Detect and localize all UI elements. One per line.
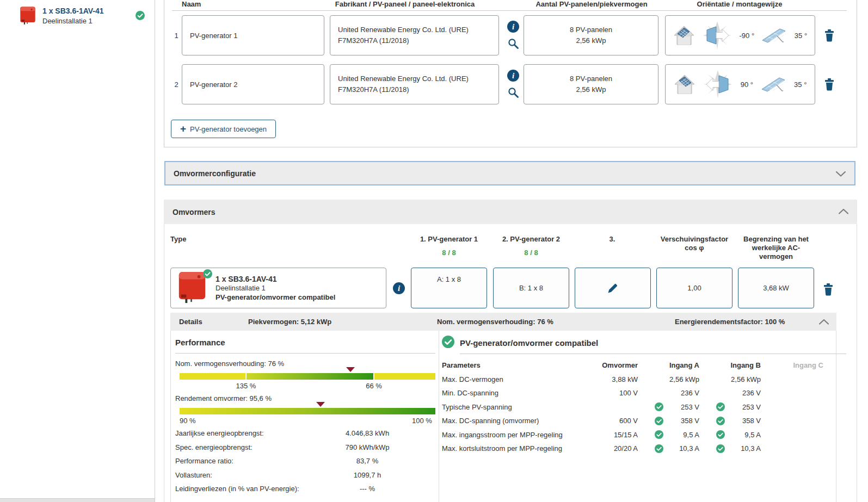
table-row: Max. kortsluitstroom per MPP-regeling20/… — [442, 442, 837, 456]
power-ratio-summary: Nom. vermogensverhouding: 76 % — [437, 318, 553, 326]
inverter-title: 1 x SB3.6-1AV-41 — [216, 275, 335, 283]
section-title: Omvormerconfiguratie — [174, 169, 256, 178]
info-icon[interactable] — [507, 70, 519, 82]
module-line: F7M320H7A (11/2018) — [338, 84, 498, 95]
gauge2-tick-left: 90 % — [180, 417, 196, 425]
column-header-gen1: 1. PV-generator 18 / 8 — [405, 235, 493, 257]
info-icon[interactable] — [393, 282, 405, 294]
generator-name-input[interactable] — [182, 64, 324, 104]
divider — [460, 354, 846, 354]
panel-count: 8 PV-panelen — [524, 73, 658, 84]
tilt-value: 35 ° — [795, 32, 807, 40]
details-bar[interactable]: Details Piekvermogen: 5,12 kWp Nom. verm… — [170, 313, 836, 331]
delete-icon[interactable] — [824, 29, 835, 42]
pv-generator-row: 2 United Renewable Energy Co. Ltd. (URE)… — [164, 64, 857, 105]
column-header-cos-phi: Verschuivingsfactorcos φ — [651, 235, 738, 252]
gauge1-tick2: 66 % — [366, 382, 382, 390]
gauge1-bar — [180, 373, 435, 380]
check-icon — [716, 417, 725, 425]
peak-power: 2,56 kWp — [524, 84, 658, 95]
gauge1-label: Nom. vermogensverhouding: 76 % — [175, 360, 284, 368]
header-divider — [172, 10, 847, 11]
house-icon — [673, 25, 695, 46]
search-icon[interactable] — [508, 87, 519, 98]
table-row: Max. DC-vermogen3,88 kW 2,56 kWp 2,56 kW… — [442, 373, 837, 387]
gauge2-marker — [316, 402, 325, 407]
panel-selector[interactable]: United Renewable Energy Co. Ltd. (URE) F… — [330, 64, 499, 104]
add-generator-button[interactable]: + PV-generator toevoegen — [171, 120, 276, 138]
delete-icon[interactable] — [824, 78, 835, 91]
search-icon[interactable] — [508, 38, 519, 49]
module-line: F7M320H7A (11/2018) — [338, 35, 498, 46]
chevron-up-icon[interactable] — [819, 319, 829, 325]
section-inverters[interactable]: Omvormers — [164, 200, 857, 224]
check-icon — [655, 444, 663, 453]
sidebar-inverter-subtitle: Deelinstallatie 1 — [42, 17, 104, 25]
ac-limit-box[interactable]: 3,68 kW — [738, 268, 814, 308]
section-inverter-configuration[interactable]: Omvormerconfiguratie — [164, 161, 855, 185]
cos-phi-box[interactable]: 1,00 — [656, 268, 732, 308]
tilt-panel-icon — [761, 76, 786, 93]
panel-count-box[interactable]: 8 PV-panelen 2,56 kWp — [524, 15, 658, 55]
ac-limit-value: 3,68 kW — [763, 284, 789, 292]
peak-power: 2,56 kWp — [524, 35, 658, 46]
check-icon — [203, 269, 212, 278]
stat-row: Vollasturen:1099,7 h — [175, 471, 435, 485]
energy-factor-summary: Energierendementsfactor: 100 % — [675, 318, 785, 326]
pencil-icon — [607, 282, 619, 294]
panel-count-box[interactable]: 8 PV-panelen 2,56 kWp — [524, 64, 658, 104]
stat-row: Spec. energieopbrengst:790 kWh/kWp — [175, 443, 435, 457]
panel-selector[interactable]: United Renewable Energy Co. Ltd. (URE) F… — [330, 15, 499, 55]
compatibility-table: Parameters Omvormer Ingang A Ingang B In… — [442, 358, 837, 456]
compatibility-title: PV-generator/omvormer compatibel — [460, 338, 598, 348]
manufacturer-line: United Renewable Energy Co. Ltd. (URE) — [338, 24, 498, 35]
gauge2-bar — [180, 408, 435, 414]
chevron-up-icon[interactable] — [839, 209, 848, 214]
section-title: Omvormers — [173, 208, 216, 216]
table-header-row: Parameters Omvormer Ingang A Ingang B In… — [442, 358, 837, 373]
stat-row: Leidingverliezen (in % van PV-energie):-… — [175, 485, 435, 499]
sidebar-inverter-title: 1 x SB3.6-1AV-41 — [42, 7, 104, 16]
column-header-aantal: Aantal PV-panelen/piekvermogen — [510, 0, 673, 8]
table-row: Min. DC-spanning100 V 236 V 236 V — [442, 386, 837, 400]
column-header-3: 3. — [569, 235, 656, 244]
generator-name-input[interactable] — [182, 15, 324, 55]
inverter-status: PV-generator/omvormer compatibel — [216, 293, 335, 302]
azimuth-compass-icon — [703, 21, 732, 50]
orientation-box[interactable]: 90 ° 35 ° — [665, 64, 815, 104]
tilt-panel-icon — [762, 27, 787, 44]
input-a-value: A: 1 x 8 — [437, 275, 461, 283]
check-icon — [716, 430, 725, 439]
input-c-edit-box[interactable] — [575, 268, 651, 308]
azimuth-value: 90 ° — [741, 80, 753, 89]
column-header-ac-limit: Begrenzing van hetwerkelijke AC-vermogen — [732, 235, 820, 261]
delete-icon[interactable] — [823, 283, 834, 296]
gauge2-label: Rendement omvormer: 95,6 % — [175, 394, 272, 402]
orientation-box[interactable]: -90 ° 35 ° — [665, 15, 815, 55]
chevron-down-icon[interactable] — [836, 171, 846, 177]
inverter-type-box[interactable]: 1 x SB3.6-1AV-41 Deelinstallatie 1 PV-ge… — [170, 268, 386, 308]
check-icon — [655, 430, 663, 439]
sidebar-bottom-strip — [0, 498, 155, 502]
column-header-naam: Naam — [182, 0, 201, 8]
check-icon — [655, 417, 663, 425]
info-icon[interactable] — [507, 21, 519, 33]
add-generator-label: PV-generator toevoegen — [190, 125, 267, 133]
column-header-fabrikant: Fabrikant / PV-paneel / paneel-elektroni… — [296, 0, 514, 8]
divider — [175, 353, 435, 354]
check-icon — [442, 336, 454, 348]
gen1-assignment: 8 / 8 — [405, 249, 493, 257]
gen2-assignment: 8 / 8 — [488, 249, 575, 257]
check-icon — [655, 402, 663, 411]
tilt-value: 35 ° — [794, 80, 807, 89]
check-icon — [716, 402, 725, 411]
pv-generator-panel: Naam Fabrikant / PV-paneel / paneel-elek… — [164, 0, 857, 147]
sidebar-item-inverter[interactable]: 1 x SB3.6-1AV-41 Deelinstallatie 1 — [20, 7, 104, 25]
input-b-box[interactable]: B: 1 x 8 — [493, 268, 569, 308]
gauge2-tick-right: 100 % — [412, 417, 432, 425]
input-a-box[interactable]: A: 1 x 8 — [411, 268, 487, 308]
table-row: Max. DC-spanning (omvormer)600 V 358 V 3… — [442, 414, 837, 428]
column-header-gen2: 2. PV-generator 28 / 8 — [488, 235, 575, 257]
column-header-orientatie: Oriëntatie / montagewijze — [658, 0, 821, 8]
sidebar: 1 x SB3.6-1AV-41 Deelinstallatie 1 — [0, 0, 155, 502]
